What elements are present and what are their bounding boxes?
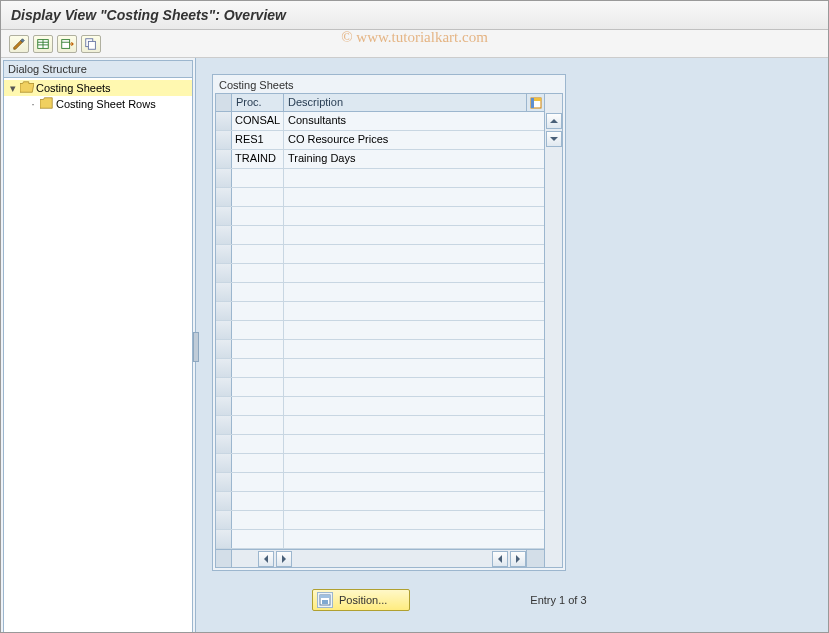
table-row-empty[interactable] [216, 397, 544, 416]
toolbar [1, 30, 828, 58]
position-button-label: Position... [339, 594, 387, 606]
cell-description[interactable]: Training Days [284, 150, 544, 168]
tree-item-label: Costing Sheets [36, 82, 111, 94]
toolbar-edit-button[interactable] [9, 35, 29, 53]
table-row-empty[interactable] [216, 321, 544, 340]
position-button[interactable]: Position... [312, 589, 410, 611]
table-row-empty[interactable] [216, 359, 544, 378]
table-row[interactable]: CONSAL Consultants [216, 112, 544, 131]
folder-open-icon [20, 81, 34, 95]
row-selector[interactable] [216, 435, 232, 453]
column-header-proc[interactable]: Proc. [232, 94, 284, 111]
select-all-cell[interactable] [216, 94, 232, 111]
table-row-empty[interactable] [216, 473, 544, 492]
cell-description[interactable]: CO Resource Prices [284, 131, 544, 149]
sidebar: Dialog Structure ▾ Costing Sheets · Cost… [1, 58, 196, 633]
row-selector[interactable] [216, 169, 232, 187]
table-row-empty[interactable] [216, 207, 544, 226]
row-selector[interactable] [216, 530, 232, 548]
toolbar-table-button-1[interactable] [33, 35, 53, 53]
svg-rect-4 [62, 39, 70, 48]
tree-item-costing-sheets[interactable]: ▾ Costing Sheets [4, 80, 192, 96]
scroll-left-button-2[interactable] [492, 551, 508, 567]
table-row-empty[interactable] [216, 226, 544, 245]
svg-rect-7 [88, 41, 95, 49]
column-config-button[interactable] [526, 94, 544, 111]
table-row-empty[interactable] [216, 302, 544, 321]
row-selector[interactable] [216, 302, 232, 320]
table-row-empty[interactable] [216, 492, 544, 511]
row-selector[interactable] [216, 226, 232, 244]
table-row[interactable]: TRAIND Training Days [216, 150, 544, 169]
row-selector[interactable] [216, 321, 232, 339]
row-selector[interactable] [216, 283, 232, 301]
folder-closed-icon [40, 97, 54, 111]
table-row-empty[interactable] [216, 188, 544, 207]
row-selector[interactable] [216, 359, 232, 377]
vertical-scrollbar[interactable] [544, 94, 562, 567]
tree-toggle-icon[interactable]: ▾ [8, 82, 18, 95]
tree-item-label: Costing Sheet Rows [56, 98, 156, 110]
table-row-empty[interactable] [216, 378, 544, 397]
table-row-empty[interactable] [216, 340, 544, 359]
scroll-right-button-2[interactable] [510, 551, 526, 567]
row-selector[interactable] [216, 112, 232, 130]
tree-bullet-icon: · [28, 98, 38, 110]
column-header-description[interactable]: Description [284, 94, 526, 111]
table-row-empty[interactable] [216, 283, 544, 302]
row-selector[interactable] [216, 454, 232, 472]
row-selector[interactable] [216, 473, 232, 491]
scroll-down-button[interactable] [546, 131, 562, 147]
costing-sheets-panel: Costing Sheets Proc. Description CONS [212, 74, 566, 571]
row-selector[interactable] [216, 131, 232, 149]
toolbar-table-button-3[interactable] [81, 35, 101, 53]
costing-sheets-grid: Proc. Description CONSAL Consultants [215, 93, 563, 568]
toolbar-table-button-2[interactable] [57, 35, 77, 53]
scroll-left-button[interactable] [258, 551, 274, 567]
grid-header: Proc. Description [216, 94, 544, 112]
table-row-empty[interactable] [216, 454, 544, 473]
svg-rect-10 [531, 98, 534, 108]
table-icon [36, 37, 50, 51]
svg-rect-13 [322, 600, 328, 604]
table-row-empty[interactable] [216, 245, 544, 264]
row-selector[interactable] [216, 188, 232, 206]
table-copy-icon [84, 37, 98, 51]
pencil-icon [12, 37, 26, 51]
row-selector[interactable] [216, 511, 232, 529]
scroll-up-button[interactable] [546, 113, 562, 129]
table-row-empty[interactable] [216, 435, 544, 454]
row-selector[interactable] [216, 264, 232, 282]
footer: Position... Entry 1 of 3 [212, 571, 812, 619]
scroll-right-button[interactable] [276, 551, 292, 567]
row-selector[interactable] [216, 245, 232, 263]
tree-item-costing-sheet-rows[interactable]: · Costing Sheet Rows [4, 96, 192, 112]
cell-description[interactable]: Consultants [284, 112, 544, 130]
splitter-handle[interactable] [193, 332, 199, 362]
horizontal-scrollbar[interactable] [216, 549, 544, 567]
content-area: Costing Sheets Proc. Description CONS [196, 58, 828, 633]
dialog-structure-tree: ▾ Costing Sheets · Costing Sheet Rows [3, 78, 193, 633]
cell-proc[interactable]: TRAIND [232, 150, 284, 168]
panel-title: Costing Sheets [215, 77, 563, 93]
table-row-empty[interactable] [216, 264, 544, 283]
row-selector[interactable] [216, 416, 232, 434]
table-row-empty[interactable] [216, 416, 544, 435]
row-selector[interactable] [216, 207, 232, 225]
table-row[interactable]: RES1 CO Resource Prices [216, 131, 544, 150]
row-selector[interactable] [216, 492, 232, 510]
entry-counter: Entry 1 of 3 [530, 594, 586, 606]
cell-proc[interactable]: RES1 [232, 131, 284, 149]
position-icon [317, 592, 333, 608]
table-row-empty[interactable] [216, 169, 544, 188]
row-selector[interactable] [216, 340, 232, 358]
cell-proc[interactable]: CONSAL [232, 112, 284, 130]
row-selector[interactable] [216, 397, 232, 415]
table-export-icon [60, 37, 74, 51]
svg-rect-12 [320, 595, 330, 598]
row-selector[interactable] [216, 150, 232, 168]
table-settings-icon [530, 97, 542, 109]
table-row-empty[interactable] [216, 511, 544, 530]
row-selector[interactable] [216, 378, 232, 396]
table-row-empty[interactable] [216, 530, 544, 549]
